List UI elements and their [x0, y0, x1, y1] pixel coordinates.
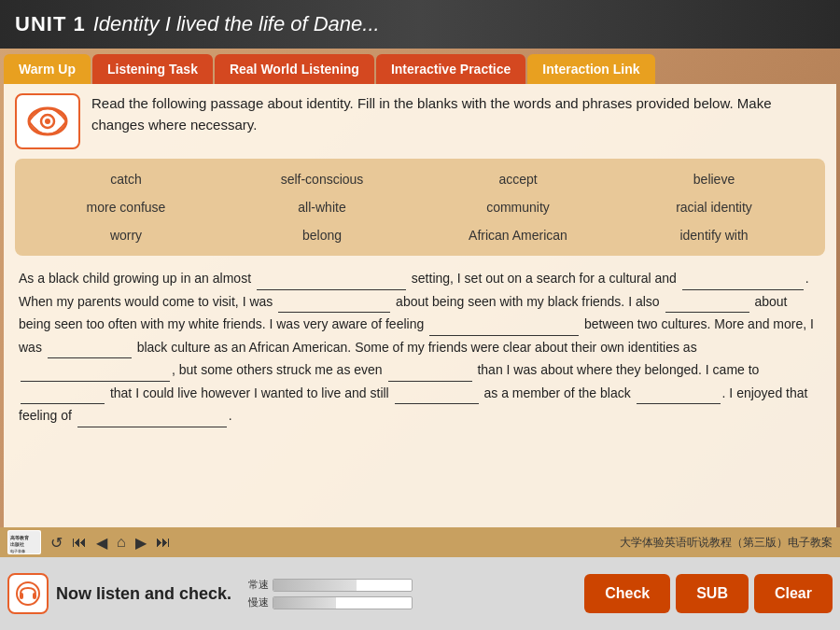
bottom-bar: Now listen and check. 常速 慢速 Check SUB Cl…: [0, 557, 840, 630]
speed-fill-normal: [273, 580, 357, 591]
unit-title: Identity I lived the life of Dane...: [93, 12, 380, 36]
word-community: community: [422, 196, 614, 218]
blank-3: [278, 298, 390, 313]
loop-button[interactable]: ↺: [49, 532, 64, 553]
blank-12: [77, 413, 227, 427]
svg-text:高等教育: 高等教育: [10, 535, 29, 540]
forward-button[interactable]: ▶: [133, 532, 148, 553]
svg-point-2: [45, 119, 50, 124]
tab-warm-up[interactable]: Warm Up: [4, 54, 91, 84]
svg-rect-8: [20, 593, 23, 599]
word-all-white: all-white: [226, 196, 418, 218]
svg-text:电子音像: 电子音像: [10, 549, 26, 553]
check-button[interactable]: Check: [584, 574, 670, 613]
unit-label: UNIT 1: [15, 12, 86, 36]
eye-icon: [27, 105, 68, 138]
blank-10: [395, 389, 479, 404]
word-believe: believe: [618, 168, 810, 190]
blank-9: [21, 389, 105, 404]
tab-interaction-link[interactable]: Interaction Link: [527, 54, 654, 84]
playback-controls[interactable]: ↺ ⏮ ◀ ⌂ ▶ ⏭: [49, 532, 173, 553]
tab-real-world[interactable]: Real World Listening: [215, 54, 374, 84]
word-african-american: African American: [422, 224, 614, 246]
eye-icon-box: [15, 93, 80, 149]
word-identify-with: identify with: [618, 224, 810, 246]
publisher-text: 大学体验英语听说教程（第三版）电子教案: [620, 535, 833, 551]
now-listen-label: Now listen and check.: [56, 584, 231, 604]
speed-normal-label: 常速: [243, 578, 269, 592]
word-self-conscious: self-conscious: [226, 168, 418, 190]
publisher-bar: 高等教育 出版社 电子音像 ↺ ⏮ ◀ ⌂ ▶ ⏭ 大学体验英语听说教程（第三版…: [0, 527, 840, 557]
rewind-button[interactable]: ◀: [94, 532, 109, 553]
word-more-confuse: more confuse: [30, 196, 222, 218]
listen-icon-box: [7, 573, 49, 614]
speed-fill-slow: [273, 597, 336, 609]
prev-button[interactable]: ⏮: [70, 532, 89, 553]
word-catch: catch: [30, 168, 222, 190]
tab-interactive-practice[interactable]: Interactive Practice: [376, 54, 525, 84]
word-racial-identity: racial identity: [618, 196, 810, 218]
speed-row-normal: 常速: [243, 578, 413, 592]
next-button[interactable]: ⏭: [154, 532, 173, 553]
speed-bar-normal[interactable]: [273, 579, 413, 592]
main-content: Read the following passage about identit…: [4, 84, 836, 532]
home-button[interactable]: ⌂: [115, 532, 128, 553]
word-belong: belong: [226, 224, 418, 246]
word-worry: worry: [30, 224, 222, 246]
publisher-logo: 高等教育 出版社 电子音像: [7, 530, 41, 554]
svg-rect-9: [33, 593, 36, 599]
sub-button[interactable]: SUB: [676, 574, 749, 613]
blank-4: [665, 298, 749, 313]
passage-text: As a black child growing up in an almost…: [15, 267, 825, 427]
tab-listening-task[interactable]: Listening Task: [92, 54, 213, 84]
blank-8: [388, 367, 472, 382]
blank-5: [429, 321, 579, 336]
word-accept: accept: [422, 168, 614, 190]
blank-11: [637, 389, 721, 404]
headphone-icon: [15, 581, 41, 607]
navigation-tabs: Warm Up Listening Task Real World Listen…: [0, 49, 840, 84]
instruction-text: Read the following passage about identit…: [91, 93, 825, 135]
speed-slow-label: 慢速: [243, 595, 269, 609]
blank-1: [257, 275, 406, 290]
publisher-logo-icon: 高等教育 出版社 电子音像: [8, 531, 40, 553]
speed-row-slow: 慢速: [243, 595, 413, 609]
blank-6: [48, 343, 132, 358]
speed-bar-slow[interactable]: [273, 596, 413, 609]
instruction-row: Read the following passage about identit…: [15, 93, 825, 149]
speed-controls: 常速 慢速: [243, 578, 413, 609]
svg-text:出版社: 出版社: [10, 541, 25, 547]
blank-7: [21, 367, 170, 382]
clear-button[interactable]: Clear: [754, 574, 833, 613]
blank-2: [682, 275, 804, 290]
page-header: UNIT 1 Identity I lived the life of Dane…: [0, 0, 840, 49]
word-bank: catch self-conscious accept believe more…: [15, 159, 825, 256]
action-buttons: Check SUB Clear: [584, 574, 833, 613]
